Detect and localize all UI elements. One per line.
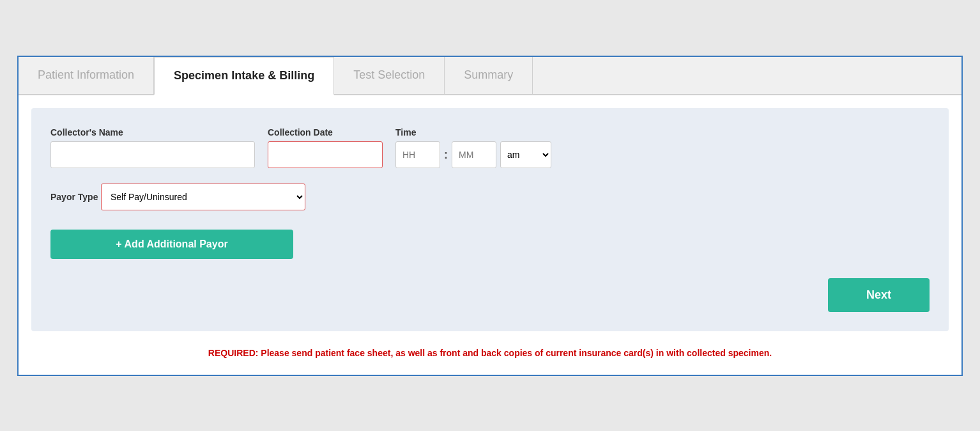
collectors-name-input[interactable] — [50, 141, 255, 168]
tab-test-selection[interactable]: Test Selection — [334, 57, 445, 94]
tab-bar: Patient Information Specimen Intake & Bi… — [19, 57, 961, 95]
time-group: Time : am pm — [395, 127, 551, 168]
payor-type-row: Payor Type Self Pay/Uninsured Insurance … — [50, 184, 930, 210]
next-button[interactable]: Next — [828, 278, 930, 312]
main-content: Collector's Name Collection Date Time : … — [19, 95, 961, 375]
collection-date-group: Collection Date — [268, 127, 383, 168]
collectors-name-group: Collector's Name — [50, 127, 255, 168]
tab-summary[interactable]: Summary — [445, 57, 533, 94]
collection-date-input[interactable] — [268, 141, 383, 168]
time-colon-separator: : — [444, 141, 448, 168]
time-inputs-row: : am pm — [395, 141, 551, 168]
time-mm-input[interactable] — [452, 141, 496, 168]
time-label: Time — [395, 127, 551, 137]
next-row: Next — [50, 278, 930, 312]
tab-patient-information[interactable]: Patient Information — [19, 57, 154, 94]
add-additional-payor-button[interactable]: + Add Additional Payor — [50, 230, 293, 259]
time-ampm-select[interactable]: am pm — [500, 141, 551, 168]
app-container: Patient Information Specimen Intake & Bi… — [17, 56, 963, 376]
payor-type-select[interactable]: Self Pay/Uninsured Insurance Medicare Me… — [101, 184, 305, 210]
time-hh-input[interactable] — [395, 141, 440, 168]
payor-type-label: Payor Type — [50, 192, 98, 202]
collector-date-row: Collector's Name Collection Date Time : … — [50, 127, 930, 168]
collectors-name-label: Collector's Name — [50, 127, 255, 137]
collection-date-label: Collection Date — [268, 127, 383, 137]
form-card: Collector's Name Collection Date Time : … — [31, 108, 949, 331]
tab-specimen-intake-billing[interactable]: Specimen Intake & Billing — [154, 57, 334, 95]
required-notice: REQUIRED: Please send patient face sheet… — [31, 340, 949, 364]
